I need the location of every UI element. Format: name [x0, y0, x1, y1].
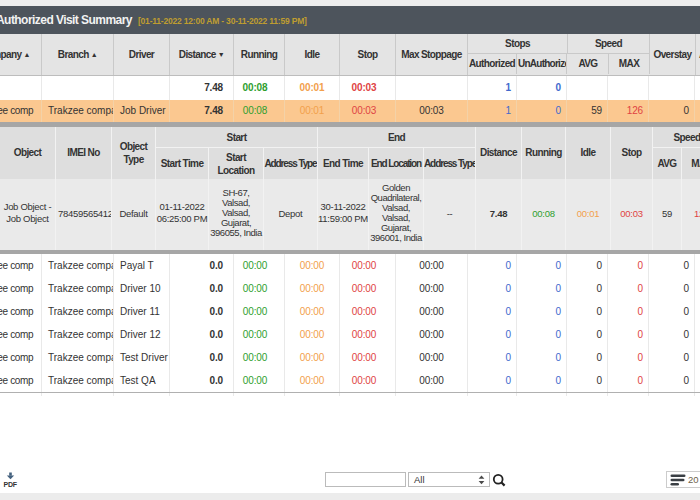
svg-text:PDF: PDF	[4, 481, 18, 488]
